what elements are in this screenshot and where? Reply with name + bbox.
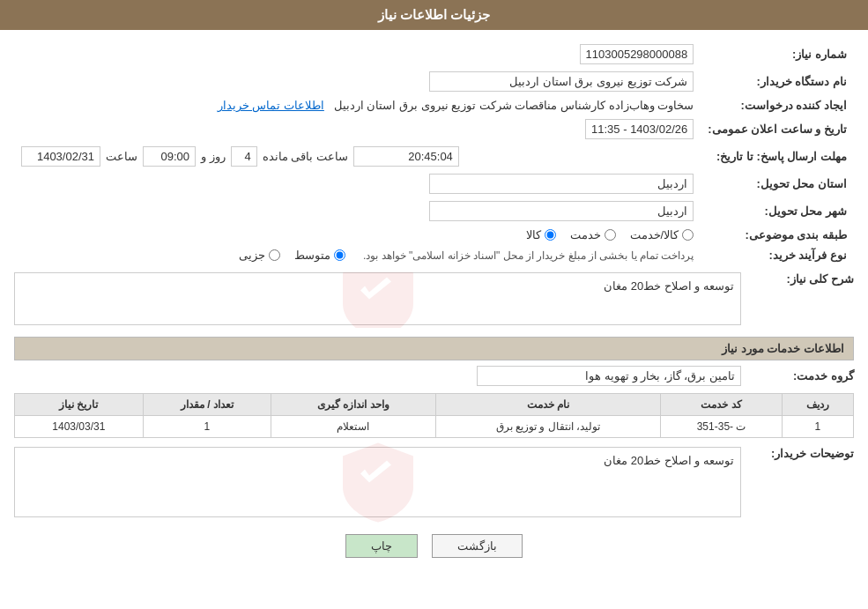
- col-need-date: تاریخ نیاز: [15, 394, 144, 416]
- need-description-section: شرح کلی نیاز: توسعه و اصلاح خط20 مغان: [14, 272, 854, 328]
- buyer-description-value: توسعه و اصلاح خط20 مغان: [604, 454, 734, 467]
- category-kala-khedmat-label: کالا/خدمت: [630, 228, 679, 241]
- procurement-medium-label: متوسط: [294, 249, 330, 262]
- need-number-label: شماره نیاز:: [701, 41, 854, 68]
- response-deadline-label: مهلت ارسال پاسخ: تا تاریخ:: [701, 143, 854, 170]
- category-kala-khedmat-radio[interactable]: [682, 229, 694, 241]
- category-value-cell: کالا/خدمت خدمت کالا: [14, 225, 701, 245]
- response-date-value: 1403/02/31: [21, 146, 100, 167]
- procurement-value-cell: پرداخت تمام یا بخشی از مبلغ خریدار از مح…: [14, 245, 701, 265]
- province-value-cell: اردبیل: [14, 170, 701, 197]
- city-value-cell: اردبیل: [14, 197, 701, 225]
- need-description-value: توسعه و اصلاح خط20 مغان: [604, 279, 734, 293]
- category-kala-khedmat: کالا/خدمت: [630, 228, 694, 241]
- province-value: اردبیل: [429, 174, 694, 194]
- creator-link[interactable]: اطلاعات تماس خریدار: [218, 99, 324, 112]
- table-cell-need_date: 1403/03/31: [15, 416, 144, 438]
- service-group-row: گروه خدمت: تامین برق، گاز، بخار و تهویه …: [14, 366, 854, 386]
- page-header: جزئیات اطلاعات نیاز: [0, 0, 868, 30]
- services-table-header-row: ردیف کد خدمت نام خدمت واحد اندازه گیری ت…: [15, 394, 854, 416]
- service-group-value: تامین برق، گاز، بخار و تهویه هوا: [477, 366, 741, 386]
- col-service-name: نام خدمت: [435, 394, 661, 416]
- category-khedmat-label: خدمت: [570, 228, 601, 241]
- response-remaining-value: 20:45:04: [353, 146, 459, 167]
- procurement-row: نوع فرآیند خرید: پرداخت تمام یا بخشی از …: [14, 245, 854, 265]
- page-title: جزئیات اطلاعات نیاز: [378, 7, 490, 22]
- buyer-org-value: شرکت توزیع نیروی برق استان اردبیل: [429, 71, 694, 92]
- procurement-partial-label: جزیی: [239, 249, 265, 262]
- procurement-partial: جزیی: [239, 249, 280, 262]
- category-kala-radio[interactable]: [545, 229, 556, 241]
- procurement-partial-radio[interactable]: [269, 249, 280, 261]
- creator-label: ایجاد کننده درخواست:: [701, 95, 854, 115]
- creator-row: ایجاد کننده درخواست: سخاوت وهاب‌زاده کار…: [14, 95, 854, 115]
- procurement-note: پرداخت تمام یا بخشی از مبلغ خریدار از مح…: [363, 249, 694, 262]
- buyer-description-section: توضیحات خریدار: توسعه و اصلاح خط20 مغان: [14, 447, 854, 520]
- response-time-value: 09:00: [143, 146, 196, 167]
- city-value: اردبیل: [429, 201, 694, 221]
- response-days-label: روز و: [201, 150, 226, 163]
- response-days-value: 4: [231, 146, 257, 167]
- table-cell-count_amount: 1: [143, 416, 271, 438]
- col-unit: واحد اندازه گیری: [271, 394, 435, 416]
- need-number-value-cell: 1103005298000088: [14, 41, 701, 68]
- announce-datetime-row: تاریخ و ساعت اعلان عمومی: 1403/02/26 - 1…: [14, 115, 854, 143]
- creator-value: سخاوت وهاب‌زاده کارشناس مناقصات شرکت توز…: [334, 99, 694, 112]
- table-cell-service_name: تولید، انتقال و توزیع برق: [435, 416, 661, 438]
- procurement-medium: متوسط: [294, 249, 345, 262]
- announce-datetime-label: تاریخ و ساعت اعلان عمومی:: [701, 115, 854, 143]
- category-kala-label: کالا: [526, 228, 541, 241]
- city-row: شهر محل تحویل: اردبیل: [14, 197, 854, 225]
- category-row: طبقه بندی موضوعی: کالا/خدمت خدمت: [14, 225, 854, 245]
- need-number-value: 1103005298000088: [580, 44, 694, 64]
- col-service-code: کد خدمت: [661, 394, 782, 416]
- buyer-org-label: نام دستگاه خریدار:: [701, 68, 854, 95]
- info-table: شماره نیاز: 1103005298000088 نام دستگاه …: [14, 41, 854, 265]
- category-khedmat: خدمت: [570, 228, 616, 241]
- creator-value-cell: سخاوت وهاب‌زاده کارشناس مناقصات شرکت توز…: [14, 95, 701, 115]
- print-button[interactable]: چاپ: [345, 534, 418, 558]
- response-deadline-row: مهلت ارسال پاسخ: تا تاریخ: 20:45:04 ساعت…: [14, 143, 854, 170]
- buyer-description-label: توضیحات خریدار:: [748, 447, 854, 460]
- province-row: استان محل تحویل: اردبیل: [14, 170, 854, 197]
- buyer-org-row: نام دستگاه خریدار: شرکت توزیع نیروی برق …: [14, 68, 854, 95]
- announce-datetime-value: 1403/02/26 - 11:35: [585, 119, 694, 139]
- table-cell-row_num: 1: [782, 416, 853, 438]
- table-cell-unit: استعلام: [271, 416, 435, 438]
- response-time-label: ساعت: [106, 150, 137, 163]
- need-description-label: شرح کلی نیاز:: [748, 272, 854, 286]
- province-label: استان محل تحویل:: [701, 170, 854, 197]
- category-khedmat-radio[interactable]: [605, 229, 616, 241]
- procurement-medium-radio[interactable]: [334, 249, 345, 261]
- response-remaining-label: ساعت باقی مانده: [263, 150, 348, 163]
- category-label: طبقه بندی موضوعی:: [701, 225, 854, 245]
- services-section-title: اطلاعات خدمات مورد نیاز: [14, 337, 854, 360]
- button-row: بازگشت چاپ: [14, 534, 854, 572]
- col-count-amount: تعداد / مقدار: [143, 394, 271, 416]
- procurement-label: نوع فرآیند خرید:: [701, 245, 854, 265]
- col-row-num: ردیف: [782, 394, 853, 416]
- category-kala: کالا: [526, 228, 556, 241]
- back-button[interactable]: بازگشت: [432, 534, 523, 558]
- table-row: 1ت -35-351تولید، انتقال و توزیع برقاستعل…: [15, 416, 854, 438]
- table-cell-service_code: ت -35-351: [661, 416, 782, 438]
- need-number-row: شماره نیاز: 1103005298000088: [14, 41, 854, 68]
- service-group-label: گروه خدمت:: [748, 369, 854, 382]
- response-deadline-value-cell: 20:45:04 ساعت باقی مانده 4 روز و 09:00 س…: [14, 143, 701, 170]
- city-label: شهر محل تحویل:: [701, 197, 854, 225]
- services-table: ردیف کد خدمت نام خدمت واحد اندازه گیری ت…: [14, 393, 854, 438]
- announce-datetime-value-cell: 1403/02/26 - 11:35: [14, 115, 701, 143]
- buyer-org-value-cell: شرکت توزیع نیروی برق استان اردبیل: [14, 68, 701, 95]
